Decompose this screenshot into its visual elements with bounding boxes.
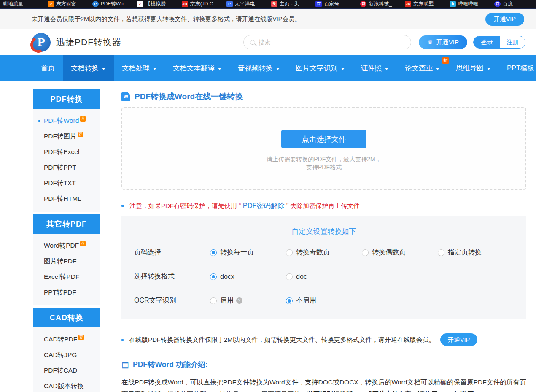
site-logo[interactable]: P [32, 33, 51, 52]
browser-tab[interactable]: ↗东方财富... [45, 0, 89, 8]
pdf-password-remove-link[interactable]: PDF密码解除 [243, 201, 285, 211]
tab-title: 太平洋电... [235, 0, 259, 8]
top-notice-bar: 未开通会员仅限于2M以内的文件，若想获得更大转换文件、转换更多格式，请开通在线版… [0, 9, 536, 29]
nav-item[interactable]: 论文查重新 [397, 55, 448, 81]
jd-icon: JD [405, 1, 411, 7]
nav-item[interactable]: 图片文字识别 [288, 55, 353, 81]
radio-label: 不启用 [296, 296, 316, 305]
register-button[interactable]: 注册 [500, 36, 525, 48]
settings-row: 页码选择转换每一页转换奇数页转换偶数页指定页转换 [134, 248, 514, 257]
radio-option[interactable]: 转换偶数页 [362, 248, 438, 257]
radio-option[interactable]: 不启用 [286, 296, 362, 305]
sidebar-item[interactable]: PDF转PPT [33, 160, 100, 176]
radio-button[interactable] [210, 297, 217, 304]
radio-option[interactable]: 转换奇数页 [286, 248, 362, 257]
sidebar-item[interactable]: Word转PDF荐 [33, 238, 100, 254]
chevron-down-icon [153, 68, 157, 70]
document-icon: ▤ [121, 361, 129, 369]
login-button[interactable]: 登录 [474, 36, 500, 48]
browser-tab[interactable]: b哔哩哔哩 ... [447, 0, 491, 8]
radio-option[interactable]: 启用? [210, 296, 286, 305]
sidebar-item[interactable]: PDF转Excel [33, 144, 100, 160]
search-box[interactable] [243, 35, 411, 49]
browser-tab[interactable]: JD京东联盟 ... [402, 0, 447, 8]
vip-notice-text: 在线版PDF转换器转换文件仅限于2M以内文件，如需转换更大文件、转换更多格式文件… [129, 336, 435, 344]
radio-button[interactable] [362, 249, 369, 256]
chevron-down-icon [487, 68, 491, 70]
browser-tab[interactable]: 新新浪科技_... [357, 0, 402, 8]
pdf-ocr-link[interactable]: PDF文档/图 [439, 390, 474, 392]
sidebar-item[interactable]: PDF转图片荐 [33, 129, 100, 144]
sidebar-item[interactable]: CAD转PDF荐 [33, 332, 100, 347]
auth-buttons: 登录 注册 [473, 36, 525, 49]
nav-item[interactable]: PPT模板 [499, 55, 536, 81]
radio-label: 转换每一页 [220, 248, 254, 257]
radio-button[interactable] [286, 249, 293, 256]
sidebar-section-items: Word转PDF荐图片转PDFExcel转PDFPPT转PDF [33, 234, 100, 305]
vip-notice-row: 在线版PDF转换器转换文件仅限于2M以内文件，如需转换更大文件、转换更多格式文件… [121, 333, 526, 346]
nav-item[interactable]: 文档转换 [63, 55, 114, 81]
browser-tab[interactable]: 百百家号 [312, 0, 357, 8]
sidebar-item-label: PDF转CAD [44, 366, 77, 375]
radio-option[interactable]: doc [286, 273, 362, 281]
chevron-down-icon [436, 68, 440, 70]
tab-title: 主页 - 头... [280, 0, 304, 8]
page-content: PDF转换PDF转Word荐PDF转图片荐PDF转ExcelPDF转PPTPDF… [0, 81, 536, 392]
sidebar-item[interactable]: Excel转PDF [33, 269, 100, 285]
settings-row-label: OCR文字识别 [134, 296, 210, 305]
z-site-icon: Z [137, 1, 143, 7]
help-icon[interactable]: ? [236, 297, 242, 304]
nav-item[interactable]: 文档文本翻译 [165, 55, 230, 81]
radio-button[interactable] [286, 297, 293, 304]
nav-item[interactable]: 思维导图 [448, 55, 499, 81]
browser-tab[interactable]: 耕地质量... [0, 0, 45, 8]
browser-tab[interactable]: JD京东(JD.C... [179, 0, 224, 8]
select-file-button[interactable]: 点击选择文件 [281, 130, 366, 148]
radio-button[interactable] [210, 249, 217, 256]
radio-option[interactable]: docx [210, 273, 286, 281]
sidebar-item[interactable]: PDF转HTML [33, 191, 100, 207]
chevron-down-icon [218, 68, 222, 70]
tab-title: 东方财富... [56, 0, 81, 8]
sidebar-item[interactable]: 图片转PDF [33, 254, 100, 269]
sidebar-item[interactable]: PDF转TXT [33, 176, 100, 191]
browser-tab[interactable]: PPDF转Wo... [89, 0, 134, 8]
sidebar-item-label: Word转PDF [44, 241, 79, 250]
nav-item[interactable]: 证件照 [353, 55, 397, 81]
sidebar: PDF转换PDF转Word荐PDF转图片荐PDF转ExcelPDF转PPTPDF… [33, 89, 100, 392]
browser-tab[interactable]: Z【模拟攒... [134, 0, 179, 8]
browser-tab[interactable]: 百百度 [491, 0, 536, 8]
radio-label: 启用 [220, 296, 234, 305]
nav-item[interactable]: 首页 [33, 55, 63, 81]
word-doc-icon: W [121, 92, 130, 101]
sidebar-item[interactable]: PPT转PDF [33, 285, 100, 300]
recommend-badge-icon: 荐 [80, 241, 86, 246]
page-title-text: PDF转换成Word在线一键转换 [135, 91, 243, 102]
radio-option[interactable]: 指定页转换 [438, 248, 514, 257]
sidebar-section-title: PDF转换 [33, 89, 100, 109]
nav-item[interactable]: 音视频转换 [230, 55, 288, 81]
sidebar-item[interactable]: CAD转JPG [33, 347, 100, 363]
tab-title: PDF转Wo... [101, 0, 128, 8]
sidebar-item-label: CAD版本转换 [44, 382, 84, 391]
sidebar-item[interactable]: CAD版本转换 [33, 378, 100, 392]
browser-tab[interactable]: 头主页 - 头... [268, 0, 313, 8]
nav-item-label: 证件照 [361, 64, 382, 73]
sidebar-item[interactable]: PDF转CAD [33, 363, 100, 378]
search-input[interactable] [259, 39, 404, 46]
open-vip-button-inline[interactable]: 开通VIP [440, 333, 477, 346]
site-title: 迅捷PDF转换器 [56, 36, 121, 48]
open-vip-button-header[interactable]: ♛ 开通VIP [419, 35, 467, 49]
radio-button[interactable] [438, 249, 444, 256]
radio-button[interactable] [210, 273, 217, 280]
upload-dropzone[interactable]: 点击选择文件 请上传需要转换的PDF文件，最大支持2M， 支持PDF格式 [121, 107, 526, 190]
radio-option[interactable]: 转换每一页 [210, 248, 286, 257]
open-vip-button-top[interactable]: 开通VIP [485, 13, 524, 26]
sidebar-item[interactable]: PDF转Word荐 [33, 113, 100, 129]
password-notice: 注意：如果PDF有密码保护，请先使用 “ PDF密码解除 ” 去除加密保护再上传… [121, 201, 526, 211]
radio-button[interactable] [286, 273, 293, 280]
browser-tab[interactable]: P太平洋电... [224, 0, 268, 8]
sidebar-item-label: PDF转Excel [44, 148, 79, 157]
settings-row-label: 选择转换格式 [134, 272, 210, 281]
nav-item[interactable]: 文档处理 [114, 55, 165, 81]
